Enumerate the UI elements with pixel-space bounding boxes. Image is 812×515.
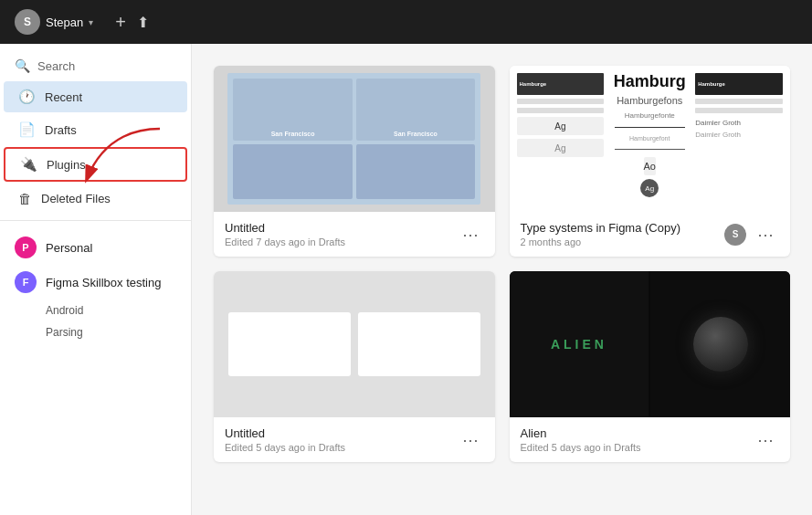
typo-col-1: Hamburge Ag Ag: [517, 73, 605, 205]
sidebar-item-plugins[interactable]: 🔌 Plugins: [4, 147, 187, 182]
trash-icon: 🗑: [18, 191, 32, 206]
sidebar-item-recent-label: Recent: [45, 90, 82, 104]
file-info-untitled-1: Untitled Edited 7 days ago in Drafts: [225, 221, 457, 247]
file-name-untitled-2: Untitled: [225, 426, 457, 440]
file-name-type-systems: Type systems in Figma (Copy): [521, 221, 725, 235]
plugin-icon: 🔌: [20, 156, 37, 173]
workspace-figma-skillbox-name: Figma Skillbox testing: [46, 276, 161, 289]
chevron-down-icon: ▾: [89, 17, 93, 27]
file-info-type-systems: Type systems in Figma (Copy) 2 months ag…: [521, 221, 725, 247]
typo-circle: Ag: [640, 179, 659, 197]
alien-planet-graphic: [693, 317, 748, 372]
search-label: Search: [37, 59, 75, 73]
sidebar-divider: [0, 220, 191, 221]
main-content: San Francisco San Francisco Untitled Edi…: [192, 44, 812, 515]
sub-item-parsing[interactable]: Parsing: [38, 321, 191, 343]
typo-sample-ag-1: Ag: [517, 117, 605, 135]
typo-line-1: [517, 99, 605, 104]
workspace-figma-skillbox[interactable]: F Figma Skillbox testing: [0, 265, 191, 300]
file-footer-type-systems: Type systems in Figma (Copy) 2 months ag…: [510, 212, 791, 257]
avatar: S: [15, 9, 40, 35]
file-collaborator-avatar: S: [724, 224, 746, 246]
empty-box-2: [358, 312, 480, 376]
sidebar-item-drafts[interactable]: 📄 Drafts: [4, 114, 187, 145]
typo-col-2: Hamburg Hamburgefons Hamburgefonte Hambu…: [606, 73, 693, 205]
file-thumb-type-systems: Hamburge Ag Ag Hamburg Hamburgefons Hamb…: [510, 66, 791, 212]
file-footer-untitled-1: Untitled Edited 7 days ago in Drafts ⋯: [214, 212, 495, 257]
map-panel-bottom-left: [233, 144, 352, 200]
file-thumb-untitled-2: [214, 271, 495, 417]
typo-line-2: [517, 108, 605, 113]
file-more-button-untitled-1[interactable]: ⋯: [457, 223, 484, 247]
file-name-alien: Alien: [521, 426, 753, 440]
plus-icon: +: [115, 12, 126, 33]
typo-sample-col2: Ao: [644, 157, 656, 175]
file-card-untitled-1[interactable]: San Francisco San Francisco Untitled Edi…: [214, 66, 495, 257]
sub-item-android[interactable]: Android: [38, 300, 191, 321]
typo-hamburger-1: Hamburge: [517, 73, 605, 95]
workspace-figma-skillbox-avatar: F: [15, 271, 37, 293]
layout: 🔍 Search 🕐 Recent 📄 Drafts 🔌 Plugins 🗑 D…: [0, 44, 812, 515]
topbar: S Stepan ▾ + ⬆: [0, 0, 812, 44]
file-name-untitled-1: Untitled: [225, 221, 457, 235]
file-meta-alien: Edited 5 days ago in Drafts: [521, 442, 753, 453]
alien-title-text: ALIEN: [551, 337, 607, 352]
file-thumb-alien: ALIEN: [510, 271, 791, 417]
file-card-untitled-2[interactable]: Untitled Edited 5 days ago in Drafts ⋯: [214, 271, 495, 462]
sidebar-item-recent[interactable]: 🕐 Recent: [4, 81, 187, 112]
file-meta-untitled-2: Edited 5 days ago in Drafts: [225, 442, 457, 453]
typo-sample-ag-2: Ag: [517, 139, 605, 157]
workspace-personal[interactable]: P Personal: [0, 230, 191, 265]
typography-preview: Hamburge Ag Ag Hamburg Hamburgefons Hamb…: [510, 66, 791, 212]
alien-panel-planet: [650, 271, 790, 417]
file-footer-untitled-2: Untitled Edited 5 days ago in Drafts ⋯: [214, 417, 495, 462]
file-more-button-type-systems[interactable]: ⋯: [752, 223, 779, 247]
user-menu[interactable]: S Stepan ▾: [15, 9, 93, 35]
map-preview: San Francisco San Francisco: [227, 73, 480, 205]
sidebar-item-deleted-label: Deleted Files: [41, 192, 111, 205]
file-info-alien: Alien Edited 5 days ago in Drafts: [521, 426, 753, 453]
files-grid: San Francisco San Francisco Untitled Edi…: [214, 66, 790, 462]
empty-box-1: [228, 312, 351, 376]
alien-panel-text: ALIEN: [510, 271, 649, 417]
file-footer-alien: Alien Edited 5 days ago in Drafts ⋯: [510, 417, 791, 462]
sidebar: 🔍 Search 🕐 Recent 📄 Drafts 🔌 Plugins 🗑 D…: [0, 44, 192, 515]
sidebar-item-deleted[interactable]: 🗑 Deleted Files: [4, 184, 187, 214]
typo-hamburg-3: Hamburge: [695, 73, 783, 95]
file-meta-type-systems: 2 months ago: [521, 236, 725, 247]
new-file-button[interactable]: +: [115, 12, 126, 33]
map-panel-bottom-right: [356, 144, 475, 200]
draft-icon: 📄: [18, 121, 36, 138]
topbar-actions: + ⬆: [115, 12, 149, 33]
sidebar-item-drafts-label: Drafts: [45, 123, 77, 137]
import-button[interactable]: ⬆: [137, 14, 149, 31]
file-more-button-alien[interactable]: ⋯: [752, 428, 779, 452]
typo-line-4: [695, 108, 783, 113]
typo-line-3: [695, 99, 783, 104]
file-meta-untitled-1: Edited 7 days ago in Drafts: [225, 236, 457, 247]
username-label: Stepan: [46, 16, 83, 29]
file-card-type-systems[interactable]: Hamburge Ag Ag Hamburg Hamburgefons Hamb…: [510, 66, 791, 257]
workspace-personal-name: Personal: [46, 241, 92, 255]
workspace-sub-items: Android Parsing: [0, 300, 191, 343]
import-icon: ⬆: [137, 14, 149, 31]
map-panel-right: San Francisco: [356, 79, 475, 141]
sidebar-item-plugins-label: Plugins: [47, 158, 86, 172]
workspaces: P Personal F Figma Skillbox testing Andr…: [0, 226, 191, 347]
clock-icon: 🕐: [18, 89, 36, 105]
typo-col-3: Hamburge Daimler Groth Daimler Groth: [695, 73, 783, 205]
file-footer-right-type-systems: S ⋯: [724, 223, 779, 247]
map-panel-left: San Francisco: [233, 79, 352, 141]
search-icon: 🔍: [15, 58, 30, 73]
search-bar[interactable]: 🔍 Search: [0, 51, 191, 80]
file-more-button-untitled-2[interactable]: ⋯: [457, 428, 484, 452]
file-thumb-untitled-1: San Francisco San Francisco: [214, 66, 495, 212]
alien-preview: ALIEN: [510, 271, 791, 417]
file-card-alien[interactable]: ALIEN Alien Edited 5 days ago in Drafts …: [510, 271, 791, 462]
file-info-untitled-2: Untitled Edited 5 days ago in Drafts: [225, 426, 457, 453]
workspace-personal-avatar: P: [15, 236, 37, 258]
empty-preview: [214, 271, 495, 417]
